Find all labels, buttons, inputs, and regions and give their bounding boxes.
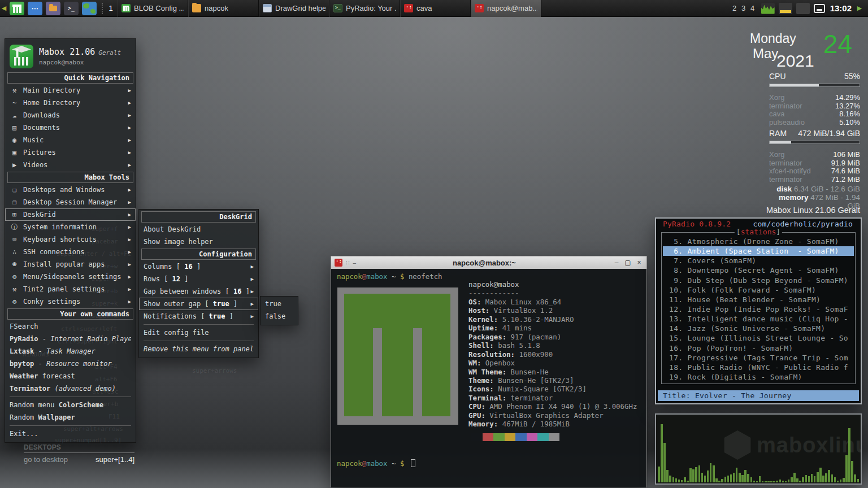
boolean-option-false[interactable]: false [261,310,298,323]
station-row[interactable]: 8. Downtempo (Secret Agent - SomaFM) [663,265,854,275]
station-row[interactable]: 7. Covers (SomaFM) [663,256,854,265]
menu-item-label: Keyboard shortcuts [23,236,97,243]
menu-item[interactable]: ⊞DeskGrid▶ [5,208,136,221]
map-launcher-icon[interactable] [82,2,97,15]
spectrum-bar [759,476,761,482]
station-row[interactable]: 5. Atmospheric (Drone Zone - SomaFM) [663,237,854,246]
menu-item[interactable]: ⚙Conky settings▶ [5,295,136,308]
cpu-graph-tray-icon[interactable] [761,3,775,14]
menu-item[interactable]: Random menu ColorScheme [5,399,136,411]
menu-item[interactable]: ⓘSystem information▶ [5,221,136,233]
menu-item[interactable]: ▤Documents▶ [5,121,136,134]
spectrum-bar [689,468,692,482]
tray-icon-blank[interactable] [796,3,810,14]
menu-item[interactable]: ⚒Main Directory▶ [5,84,136,97]
taskbar-item[interactable]: napcok@mab... [471,0,541,17]
taskbar-item[interactable]: napcok [188,0,259,17]
terminal-titlebar[interactable]: ∷ – napcok@mabox:~ – ▢ × [331,256,646,269]
spectrum-bar [701,473,704,482]
station-row[interactable]: 9. Dub Step (Dub Step Beyond - SomaFM) [663,276,854,285]
deskgrid-menu-item[interactable]: Edit config file [139,326,258,339]
process-name: terminator [769,175,802,184]
panel-scroll-left-icon[interactable]: ◀ [0,5,8,12]
workspace-button-1[interactable]: 1 [106,4,115,12]
deskgrid-config-item[interactable]: Columns [ 16 ]▶ [139,260,258,273]
deskgrid-config-item[interactable]: Rows [ 12 ]▶ [139,273,258,285]
menu-item[interactable]: PyRadio - Internet Radio Player [5,333,136,345]
menu-item[interactable]: Weather forecast [5,370,136,382]
menu-item[interactable]: ☁Downloads▶ [5,109,136,121]
menu-item[interactable]: Exit... [5,428,136,440]
menu-item[interactable]: ⌨Keyboard shortcuts▶ [5,233,136,246]
menu-item-label: Lxtask - Task Manager [10,347,96,355]
file-manager-launcher-icon[interactable] [46,2,60,15]
workspace-button-3[interactable]: 3 [739,4,748,12]
minimize-button[interactable]: – [613,259,620,267]
mabox-launcher-icon[interactable] [10,2,24,15]
deskgrid-config-item[interactable]: Show outer gap [ true ]▶ [139,298,258,310]
panel-separator [102,3,103,14]
station-row[interactable]: 17. Progressive (Tags Trance Trip - Som [663,353,854,363]
menu-item[interactable]: ◉Music▶ [5,134,136,146]
submenu-arrow-icon: ▶ [126,150,131,155]
boolean-option-true[interactable]: true [261,298,298,310]
station-row[interactable]: 11. House (Beat Blender - SomaFM) [663,295,854,304]
station-row[interactable]: 13. Intelligent dance music (Cliq Hop - [663,314,854,324]
panel-scroll-right-icon[interactable]: ▶ [856,5,863,12]
station-row[interactable]: 18. Public Radio (WNYC - Public Radio f [663,363,854,372]
taskbar-item[interactable]: DrawGrid helper [259,0,329,17]
menu-item[interactable]: ▣Pictures▶ [5,146,136,159]
day-number: 24 [823,29,852,59]
close-button[interactable]: × [635,259,643,267]
spectrum-bar [848,428,850,482]
clock[interactable]: 13:02 [830,3,852,13]
station-row[interactable]: 16. Pop (PopTron! - SomaFM) [663,343,854,353]
menu-item[interactable]: ∴SSH connections▶ [5,246,136,258]
menu-item[interactable]: ❐Desktop Session Manager▶ [5,196,136,208]
process-value: 14.29% [835,93,860,102]
spectrum-bar [799,481,801,482]
workspace-button-2[interactable]: 2 [730,4,739,12]
station-row[interactable]: 6. Ambient (Space Station - SomaFM) [663,246,854,256]
deskgrid-config-item[interactable]: Notifications [ true ]▶ [139,310,258,323]
menu-item-label: Menu/Sidepanels settings [23,273,121,281]
spectrum-bar [831,474,834,482]
station-row[interactable]: 19. Rock (Digitalis - SomaFM) [663,372,854,382]
menu-item[interactable]: ▶Videos▶ [5,159,136,171]
process-value: 74.6 MiB [831,167,860,175]
menu-item[interactable]: Lxtask - Task Manager [5,345,136,358]
menu-item[interactable]: Terminator (advanced demo) [5,382,136,395]
deskgrid-menu-item[interactable]: About DeskGrid [139,223,258,236]
menu-item[interactable]: ~Home Directory▶ [5,97,136,109]
taskbar-item[interactable]: BLOB Config ... [118,0,188,17]
menu-item[interactable]: ⚙Menu/Sidepanels settings▶ [5,271,136,283]
taskbar-item[interactable]: cava [400,0,471,17]
display-tray-icon[interactable] [814,4,825,13]
spectrum-bar [727,476,730,482]
deskgrid-config-item[interactable]: Gap between windows [ 16 ]▶ [139,285,258,298]
terminal-launcher-icon[interactable]: >_ [64,2,79,15]
station-row[interactable]: 14. Jazz (Sonic Universe - SomaFM) [663,324,854,333]
station-row[interactable]: 12. Indie Pop (Indie Pop Rocks! - SomaF [663,304,854,314]
deskgrid-menu-item[interactable]: Remove this menu from panel [139,343,258,355]
terminator-collapse-icon[interactable]: – [353,260,356,266]
neofetch-lines: OS: Mabox Linux x86_64Host: VirtualBox 1… [468,298,637,429]
menu-item[interactable]: Random Wallpaper [5,411,136,424]
menu-item[interactable]: bpytop - Resource monitor [5,358,136,370]
spectrum-bar [669,476,671,482]
menu-item[interactable]: ☻Install popular apps▶ [5,258,136,271]
menu-item[interactable]: ⚒Tint2 panel settings▶ [5,283,136,295]
deskgrid-menu-item[interactable]: Show image helper [139,236,258,248]
menu-item[interactable]: ❏Desktops and Windows▶ [5,184,136,196]
terminator-group-icon[interactable]: ∷ [346,260,349,266]
maximize-button[interactable]: ▢ [624,259,632,267]
menu-item[interactable]: FSearch [5,320,136,333]
taskbar-item[interactable]: PyRadio: Your ... [329,0,400,17]
terminal-body[interactable]: napcok@mabox ~ $ neofetch napcok@mabox -… [331,269,646,487]
workspace-button-4[interactable]: 4 [748,4,757,12]
station-row[interactable]: 15. Lounge (Illinois Street Lounge - So [663,333,854,343]
volume-tray-icon[interactable] [779,3,792,14]
station-row[interactable]: 10. Folk (Folk Forward - SomaFM) [663,285,854,295]
gears-icon: ⚙ [10,273,19,281]
menu-dots-launcher-icon[interactable]: ⋯ [28,2,42,15]
